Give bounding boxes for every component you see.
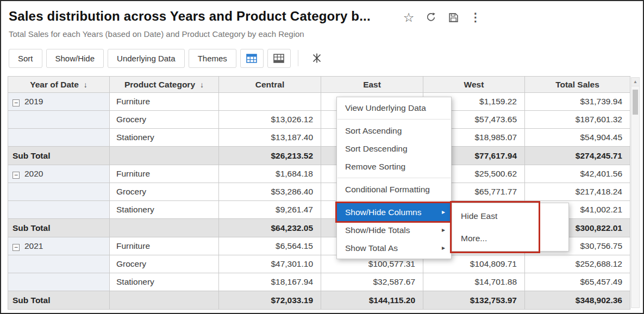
column-header-west[interactable]: West (423, 77, 525, 93)
toolbar-button-show-hide[interactable]: Show/Hide (46, 49, 104, 68)
value-cell-west[interactable]: $14,701.88 (423, 273, 525, 291)
category-cell[interactable]: Stationery (110, 129, 219, 147)
value-cell-central[interactable]: $13,187.40 (219, 129, 321, 147)
menu-item-show-total-as[interactable]: Show Total As▸ (337, 239, 451, 257)
submenu-item-hide-east[interactable]: Hide East (452, 205, 568, 227)
table-row: Stationery$18,167.94$32,587.67$14,701.88… (8, 273, 630, 291)
category-cell[interactable]: Furniture (110, 237, 219, 255)
table-row: −2019Furniture$1,159.22$31,739.94 (8, 93, 630, 111)
summary-view-button[interactable] (267, 49, 291, 68)
year-cell[interactable]: Sub Total (8, 291, 110, 310)
year-cell[interactable]: −2019 (8, 93, 110, 111)
value-cell-central[interactable]: $9,261.47 (219, 201, 321, 219)
value-cell-total-sales[interactable]: $274,245.71 (525, 147, 630, 165)
category-cell[interactable]: Stationery (110, 201, 219, 219)
value-cell-total-sales[interactable]: $31,739.94 (525, 93, 630, 111)
value-cell-total-sales[interactable]: $65,457.49 (525, 273, 630, 291)
menu-item-show-hide-columns[interactable]: Show/Hide Columns▸ (337, 203, 451, 221)
value-cell-central[interactable]: $18,167.94 (219, 273, 321, 291)
submenu-arrow-icon: ▸ (442, 221, 445, 239)
value-cell-west[interactable]: $132,753.97 (423, 291, 525, 310)
toolbar-button-underlying-data[interactable]: Underlying Data (108, 49, 185, 68)
menu-item-label: Show/Hide Columns (345, 208, 421, 217)
category-cell[interactable]: Furniture (110, 165, 219, 183)
column-header-year-of-date[interactable]: Year of Date↓ (8, 77, 110, 93)
pivot-view-button[interactable] (240, 49, 264, 68)
value-cell-total-sales[interactable]: $187,601.32 (525, 111, 630, 129)
year-cell[interactable] (8, 129, 110, 147)
year-cell[interactable] (8, 183, 110, 201)
collapse-toggle-icon[interactable]: − (12, 172, 20, 179)
category-cell[interactable]: Stationery (110, 273, 219, 291)
year-cell[interactable] (8, 255, 110, 273)
collapse-toggle-icon[interactable]: − (12, 244, 20, 251)
year-cell[interactable] (8, 111, 110, 129)
year-cell[interactable]: Sub Total (8, 147, 110, 165)
category-cell[interactable] (110, 147, 219, 165)
toolbar-buttons: SortShow/HideUnderlying DataThemes (9, 49, 236, 68)
menu-item-sort-ascending[interactable]: Sort Ascending (337, 122, 451, 140)
value-cell-central[interactable]: $1,684.18 (219, 165, 321, 183)
column-header-label: Year of Date (30, 80, 79, 90)
sort-descending-icon[interactable]: ↓ (200, 80, 204, 89)
value-cell-total-sales[interactable]: $54,904.45 (525, 129, 630, 147)
value-cell-total-sales[interactable]: $42,401.56 (525, 165, 630, 183)
value-cell-central[interactable]: $26,213.52 (219, 147, 321, 165)
column-header-product-category[interactable]: Product Category↓ (110, 77, 219, 93)
year-cell[interactable]: −2020 (8, 165, 110, 183)
value-cell-central[interactable]: $6,564.15 (219, 237, 321, 255)
value-cell-central[interactable]: $64,232.05 (219, 219, 321, 237)
value-cell-total-sales[interactable]: $217,418.24 (525, 183, 630, 201)
value-cell-total-sales[interactable]: $348,902.36 (525, 291, 630, 310)
menu-item-show-hide-totals[interactable]: Show/Hide Totals▸ (337, 221, 451, 239)
value-cell-east[interactable]: $144,115.20 (321, 291, 423, 310)
category-cell[interactable] (110, 291, 219, 310)
vertical-scrollbar[interactable]: ▲ (631, 77, 640, 308)
pivot-table: Year of Date↓Product Category↓CentralEas… (8, 76, 630, 310)
submenu-item-more[interactable]: More... (452, 227, 568, 249)
menu-item-remove-sorting[interactable]: Remove Sorting (337, 158, 451, 175)
favorite-star-icon[interactable]: ☆ (402, 11, 415, 24)
more-options-kebab-icon[interactable]: ⋮ (469, 11, 482, 24)
value-cell-central[interactable]: $47,301.10 (219, 255, 321, 273)
category-cell[interactable]: Grocery (110, 111, 219, 129)
save-icon[interactable] (447, 11, 460, 24)
summary-grid-icon (273, 54, 284, 63)
category-cell[interactable]: Grocery (110, 183, 219, 201)
value-cell-central[interactable]: $13,026.12 (219, 111, 321, 129)
collapse-all-button[interactable] (305, 49, 329, 68)
menu-separator (337, 178, 451, 178)
category-cell[interactable] (110, 219, 219, 237)
scroll-up-icon[interactable]: ▲ (632, 78, 639, 86)
sort-descending-icon[interactable]: ↓ (84, 80, 87, 89)
submenu-arrow-icon: ▸ (442, 239, 445, 257)
year-cell[interactable]: Sub Total (8, 219, 110, 237)
submenu-arrow-icon: ▸ (442, 203, 445, 221)
value-cell-central[interactable] (219, 93, 321, 111)
column-header-central[interactable]: Central (219, 77, 321, 93)
year-cell[interactable] (8, 201, 110, 219)
menu-item-label: Remove Sorting (345, 162, 405, 171)
year-cell[interactable] (8, 273, 110, 291)
menu-separator (337, 200, 451, 201)
toolbar-button-sort[interactable]: Sort (9, 49, 42, 68)
toolbar-button-themes[interactable]: Themes (189, 49, 236, 68)
column-header-east[interactable]: East (321, 77, 423, 93)
scrollbar-thumb[interactable] (633, 90, 638, 115)
category-cell[interactable]: Furniture (110, 93, 219, 111)
value-cell-total-sales[interactable]: $252,688.12 (525, 255, 630, 273)
category-cell[interactable]: Grocery (110, 255, 219, 273)
refresh-icon[interactable] (424, 11, 437, 24)
menu-item-conditional-formatting[interactable]: Conditional Formatting (337, 180, 451, 198)
menu-item-label: View Underlying Data (345, 103, 426, 112)
value-cell-east[interactable]: $32,587.67 (321, 273, 423, 291)
pivot-table-body: −2019Furniture$1,159.22$31,739.94Grocery… (8, 93, 630, 310)
column-header-total-sales[interactable]: Total Sales (525, 77, 630, 93)
collapse-toggle-icon[interactable]: − (12, 99, 20, 106)
menu-item-sort-descending[interactable]: Sort Descending (337, 140, 451, 158)
year-cell[interactable]: −2021 (8, 237, 110, 255)
value-cell-central[interactable]: $53,286.40 (219, 183, 321, 201)
value-cell-central[interactable]: $72,033.19 (219, 291, 321, 310)
year-label: 2021 (24, 241, 43, 250)
menu-item-view-underlying-data[interactable]: View Underlying Data (337, 99, 451, 117)
